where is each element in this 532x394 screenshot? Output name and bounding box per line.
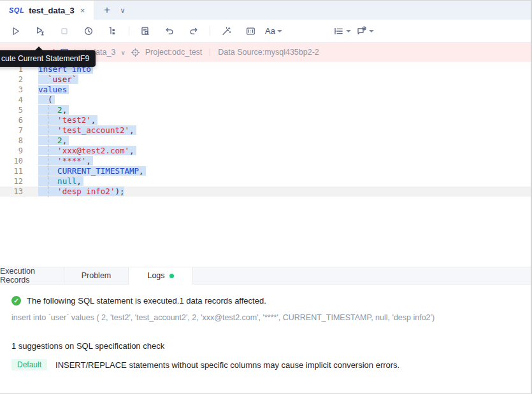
tab-label: Problem [82, 271, 111, 280]
line-number: 10 [0, 156, 36, 166]
execution-plan-button[interactable] [103, 23, 122, 39]
new-tab-button[interactable]: + [94, 1, 116, 20]
run-button[interactable] [6, 23, 25, 39]
tab-label: Execution Records [0, 267, 64, 285]
line-number: 8 [0, 136, 36, 146]
indent-guide [48, 115, 48, 125]
indent-dropdown[interactable] [333, 26, 351, 36]
tab-label: Logs [147, 271, 164, 280]
indent-guide [48, 125, 48, 136]
line-content: 'test2', [36, 115, 97, 125]
indent-guide [48, 176, 48, 186]
line-number: 5 [0, 105, 36, 115]
code-line[interactable]: 5 2, [0, 105, 531, 115]
stop-icon [59, 26, 69, 36]
line-content: 'test_account2', [36, 125, 136, 136]
line-content: null, [36, 176, 83, 186]
code-line[interactable]: 3values [0, 85, 531, 95]
code-line[interactable]: 11 CURRENT_TIMESTAMP, [0, 166, 531, 176]
indent-guide [48, 146, 48, 156]
magic-wand-icon [221, 26, 231, 36]
tab-title: test_data_3 [29, 6, 75, 15]
result-panel-tabs: Execution Records Problem Logs [0, 267, 531, 285]
indent-guide [48, 105, 48, 115]
tab-logs[interactable]: Logs [129, 267, 193, 285]
chevron-down-icon [346, 30, 351, 32]
text-case-dropdown[interactable]: Aa [265, 26, 282, 36]
breadcrumb-project[interactable]: Project:odc_test [145, 48, 203, 57]
code-line[interactable]: 8 2, [0, 136, 531, 146]
line-number: 6 [0, 115, 36, 125]
breadcrumb-datasource[interactable]: Data Source:mysql435bp2-2 [218, 48, 319, 57]
line-number: 11 [0, 166, 36, 176]
undo-icon [164, 26, 175, 36]
tab-bar-filler [193, 267, 531, 285]
tooltip-text: cute Current StatementF9 [1, 54, 89, 63]
tab-problem[interactable]: Problem [64, 267, 129, 285]
editor-tab-bar: SQL test_data_3 × + ∨ [0, 1, 531, 20]
format-button[interactable] [217, 23, 236, 39]
toolbar-divider [210, 26, 210, 36]
clock-icon [83, 26, 94, 36]
line-number: 13 [0, 186, 36, 197]
line-content: 2, [36, 105, 69, 115]
code-line[interactable]: 6 'test2', [0, 115, 531, 125]
plan-tree-icon [108, 26, 118, 36]
explain-button[interactable] [136, 23, 155, 39]
suggestion-summary: 1 suggestions on SQL specification check [11, 341, 519, 351]
suggestion-row: Default INSERT/REPLACE statements withou… [11, 359, 519, 370]
line-number: 12 [0, 176, 36, 186]
line-number: 9 [0, 146, 36, 156]
session-chevron-icon[interactable]: ∨ [120, 49, 125, 56]
redo-button[interactable] [184, 23, 203, 39]
execute-current-statement-tooltip: cute Current StatementF9 [0, 50, 96, 67]
line-content: ( [36, 95, 55, 105]
run-current-statement-button[interactable] [31, 23, 50, 39]
line-content: 'desp info2'); [36, 186, 124, 197]
line-number: 7 [0, 125, 36, 136]
success-message: The following SQL statement is executed.… [27, 296, 266, 306]
toolbar-divider [129, 26, 129, 36]
target-icon [131, 48, 140, 57]
redo-icon [189, 26, 199, 36]
log-success-row: ✓ The following SQL statement is execute… [11, 296, 519, 306]
executed-sql-text: insert into `user` values ( 2, 'test2', … [11, 313, 519, 322]
close-tab-icon[interactable]: × [79, 6, 87, 15]
chevron-down-icon [277, 30, 282, 32]
breadcrumb-divider [210, 48, 210, 56]
tab-test-data-3[interactable]: SQL test_data_3 × [0, 1, 94, 20]
line-number: 3 [0, 85, 36, 95]
play-icon [11, 26, 21, 36]
line-content: '****', [36, 156, 93, 166]
column-select-icon [245, 26, 256, 36]
code-line[interactable]: 9 'xxx@test2.com', [0, 146, 531, 156]
indent-guide [48, 166, 48, 176]
code-line[interactable]: 7 'test_account2', [0, 125, 531, 136]
sql-toolbar: Aa [0, 20, 531, 43]
indent-list-icon [333, 26, 344, 36]
undo-button[interactable] [160, 23, 179, 39]
chevron-down-icon [369, 30, 374, 32]
code-line[interactable]: 12 null, [0, 176, 531, 186]
sql-editor[interactable]: 1insert into2 `user`3values4 (5 2,6 'tes… [0, 62, 531, 267]
indent-guide [48, 156, 48, 166]
line-content: CURRENT_TIMESTAMP, [36, 166, 146, 176]
suggestion-text: INSERT/REPLACE statements without specif… [55, 360, 399, 370]
comment-dropdown[interactable] [356, 26, 374, 36]
line-number: 2 [0, 74, 36, 85]
tab-list-chevron-icon[interactable]: ∨ [117, 1, 129, 20]
line-content: 2, [36, 136, 69, 146]
code-line[interactable]: 10 '****', [0, 156, 531, 166]
logs-activity-dot [169, 274, 174, 278]
code-lines: 1insert into2 `user`3values4 (5 2,6 'tes… [0, 64, 531, 197]
code-line[interactable]: 2 `user` [0, 74, 531, 85]
tooltip-arrow-icon [34, 46, 43, 51]
odc-sql-window: SQL test_data_3 × + ∨ [0, 0, 532, 394]
timer-button[interactable] [79, 23, 98, 39]
tab-execution-records[interactable]: Execution Records [0, 267, 64, 285]
indent-guide [48, 136, 48, 146]
code-line[interactable]: 13 'desp info2'); [0, 186, 531, 197]
code-line[interactable]: 4 ( [0, 95, 531, 105]
snippet-button[interactable] [241, 23, 260, 39]
text-case-label: Aa [265, 26, 275, 36]
